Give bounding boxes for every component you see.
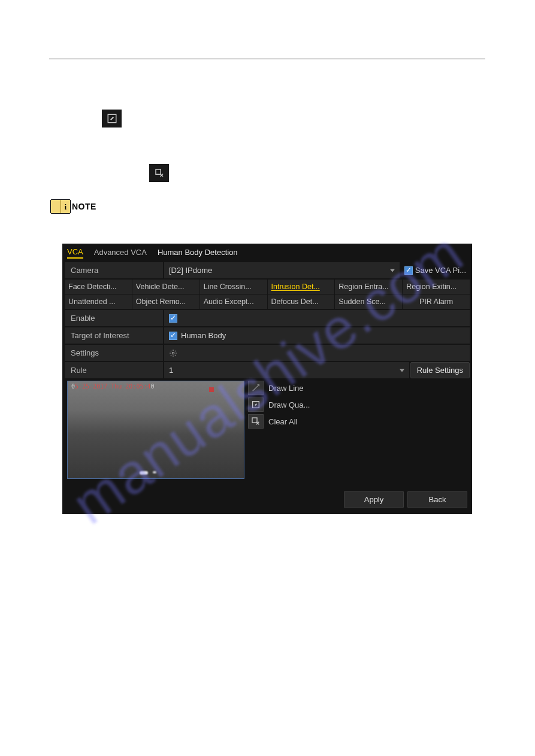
rule-value: 1 [169,366,173,375]
detect-vehicle[interactable]: Vehicle Dete... [132,280,200,294]
draw-line-icon [248,381,264,395]
settings-label: Settings [65,345,163,361]
detect-unattended[interactable]: Unattended ... [65,294,132,309]
draw-quad-button[interactable]: Draw Qua... [248,397,310,412]
camera-value: [D2] IPdome [169,266,212,275]
svg-rect-1 [156,169,161,174]
svg-point-2 [172,352,174,354]
ts-p3: 0 [150,383,154,390]
save-vca-label: Save VCA Pi... [415,266,466,275]
enable-label: Enable [65,310,163,326]
detect-defocus[interactable]: Defocus Det... [268,294,335,309]
rule-settings-button[interactable]: Rule Settings [410,362,470,378]
tab-advanced-vca[interactable]: Advanced VCA [94,248,147,258]
preview-timestamp: 05-25-2017 Thu 20:05:40 [71,383,155,390]
camera-row: Camera [D2] IPdome Save VCA Pi... [65,262,470,278]
gear-icon[interactable] [169,349,177,357]
draw-line-label: Draw Line [268,384,304,393]
detect-object-removal[interactable]: Object Remo... [132,294,200,309]
tab-human-body[interactable]: Human Body Detection [158,248,238,258]
settings-row: Settings [65,345,470,361]
apply-button[interactable]: Apply [344,491,404,508]
detect-face[interactable]: Face Detecti... [65,280,132,294]
camera-dropdown[interactable]: [D2] IPdome [164,262,400,278]
note-book-icon: i [50,199,71,214]
target-value: Human Body [181,331,226,340]
target-field[interactable]: Human Body [164,327,470,344]
clear-all-label: Clear All [268,417,297,426]
detect-pir-alarm[interactable]: PIR Alarm [403,294,470,309]
enable-checkbox[interactable] [169,314,177,323]
enable-field[interactable] [164,310,470,326]
enable-row: Enable [65,310,470,326]
clear-icon-block [149,164,169,182]
target-checkbox[interactable] [169,332,177,340]
detect-intrusion[interactable]: Intrusion Det... [268,280,335,294]
draw-line-button[interactable]: Draw Line [248,381,310,395]
preview-section: 05-25-2017 Thu 20:05:40 Draw Line Draw Q… [67,381,467,479]
rule-dropdown[interactable]: 1 [164,362,409,378]
draw-quad-icon [248,397,264,412]
bottom-button-bar: Apply Back [67,491,467,508]
tab-vca[interactable]: VCA [67,247,83,259]
save-vca-checkbox[interactable] [404,266,413,275]
detect-sudden-scene[interactable]: Sudden Sce... [335,294,402,309]
note-label: NOTE [72,202,96,211]
rule-row: Rule 1 Rule Settings [65,362,470,378]
top-tabs: VCA Advanced VCA Human Body Detection [62,244,472,261]
preview-light-2 [153,471,156,473]
target-row: Target of Interest Human Body [65,327,470,344]
clear-all-icon [248,414,264,429]
note-callout: i NOTE [50,199,96,214]
detect-region-entrance[interactable]: Region Entra... [335,280,402,294]
pencil-square-icon [107,113,117,124]
detect-line-crossing[interactable]: Line Crossin... [200,280,267,294]
detect-region-exiting[interactable]: Region Exitin... [403,280,470,294]
draw-quad-icon-block [102,110,122,127]
video-preview[interactable]: 05-25-2017 Thu 20:05:40 [67,381,244,479]
clear-x-icon [154,168,165,178]
divider [49,59,485,59]
back-button[interactable]: Back [407,491,467,508]
preview-light [140,471,148,475]
preview-image [68,381,244,478]
preview-marker [209,387,214,392]
clear-all-button[interactable]: Clear All [248,414,310,429]
ts-p2: 5-25-2017 Thu 20:05:4 [75,383,150,390]
draw-tools: Draw Line Draw Qua... Clear All [248,381,310,479]
camera-label: Camera [65,262,163,278]
rule-label: Rule [65,362,163,378]
vca-window: VCA Advanced VCA Human Body Detection Ca… [62,244,472,514]
draw-quad-label: Draw Qua... [268,400,310,409]
detection-type-grid: Face Detecti... Vehicle Dete... Line Cro… [65,280,470,309]
detect-audio-exception[interactable]: Audio Except... [200,294,267,309]
settings-field[interactable] [164,345,470,361]
target-label: Target of Interest [65,327,163,344]
save-vca-cell[interactable]: Save VCA Pi... [401,262,470,278]
